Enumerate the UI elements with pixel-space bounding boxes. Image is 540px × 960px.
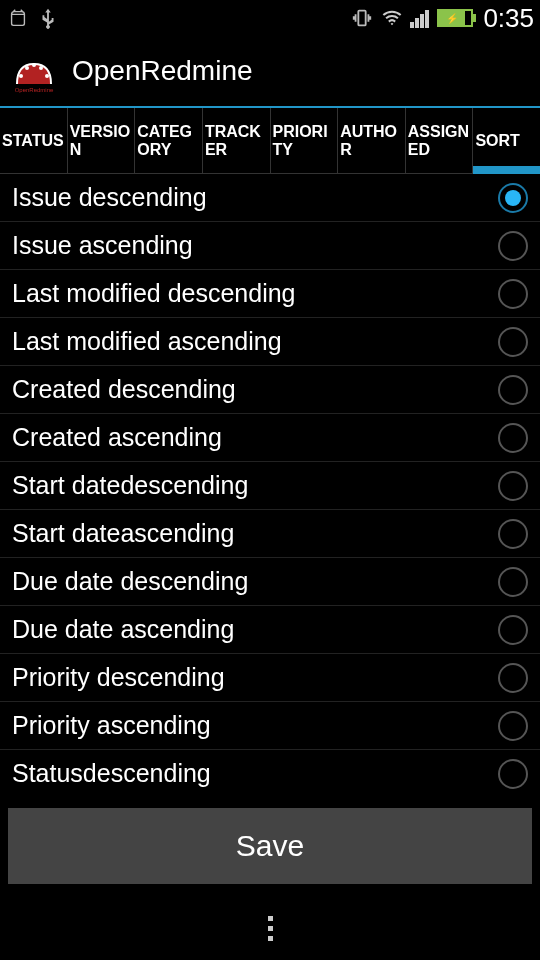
tab-category[interactable]: CATEGORY (135, 108, 203, 173)
android-debug-icon (6, 6, 30, 30)
tab-sort[interactable]: SORT (473, 108, 540, 173)
radio-button[interactable] (498, 663, 528, 693)
status-bar: ⚡ 0:35 (0, 0, 540, 36)
app-icon: OpenRedmine (8, 45, 60, 97)
battery-icon: ⚡ (437, 9, 473, 27)
sort-option-label: Priority ascending (12, 711, 211, 740)
sort-option[interactable]: Due date descending (0, 558, 540, 606)
radio-button[interactable] (498, 471, 528, 501)
sort-option-label: Due date descending (12, 567, 248, 596)
svg-point-1 (19, 74, 23, 78)
sort-option-label: Issue descending (12, 183, 207, 212)
sort-option-label: Created descending (12, 375, 236, 404)
svg-point-3 (32, 63, 36, 67)
tab-priority[interactable]: PRIORITY (271, 108, 339, 173)
status-left (6, 6, 60, 30)
sort-option[interactable]: Statusdescending (0, 750, 540, 797)
sort-option-label: Start dateascending (12, 519, 234, 548)
sort-option-label: Due date ascending (12, 615, 234, 644)
sort-option[interactable]: Due date ascending (0, 606, 540, 654)
sort-option[interactable]: Start datedescending (0, 462, 540, 510)
sort-option-label: Last modified ascending (12, 327, 282, 356)
sort-option[interactable]: Created ascending (0, 414, 540, 462)
sort-option-label: Statusdescending (12, 759, 211, 788)
sort-option-label: Last modified descending (12, 279, 296, 308)
sort-option[interactable]: Issue ascending (0, 222, 540, 270)
tab-assigned[interactable]: ASSIGNED (406, 108, 474, 173)
sort-option-label: Start datedescending (12, 471, 248, 500)
sort-option[interactable]: Last modified ascending (0, 318, 540, 366)
sort-option-label: Issue ascending (12, 231, 193, 260)
tab-status[interactable]: STATUS (0, 108, 68, 173)
cell-signal-icon (410, 8, 429, 28)
svg-rect-0 (359, 11, 366, 26)
tab-version[interactable]: VERSION (68, 108, 136, 173)
radio-button[interactable] (498, 615, 528, 645)
save-button[interactable]: Save (8, 808, 532, 884)
radio-button[interactable] (498, 375, 528, 405)
sort-option[interactable]: Priority descending (0, 654, 540, 702)
sort-option[interactable]: Last modified descending (0, 270, 540, 318)
radio-button[interactable] (498, 519, 528, 549)
wifi-icon (380, 6, 404, 30)
tab-author[interactable]: AUTHOR (338, 108, 406, 173)
tab-tracker[interactable]: TRACKER (203, 108, 271, 173)
sort-option[interactable]: Created descending (0, 366, 540, 414)
sort-option[interactable]: Issue descending (0, 174, 540, 222)
sort-option-label: Priority descending (12, 663, 225, 692)
radio-button[interactable] (498, 759, 528, 789)
radio-button[interactable] (498, 567, 528, 597)
svg-text:OpenRedmine: OpenRedmine (15, 87, 54, 93)
sort-option[interactable]: Priority ascending (0, 702, 540, 750)
sort-option-label: Created ascending (12, 423, 222, 452)
clock: 0:35 (483, 3, 534, 34)
radio-button[interactable] (498, 279, 528, 309)
svg-point-2 (25, 66, 29, 70)
sort-options-list: Issue descendingIssue ascendingLast modi… (0, 174, 540, 797)
menu-overflow-icon[interactable] (268, 916, 273, 941)
radio-button[interactable] (498, 423, 528, 453)
tab-bar: STATUSVERSIONCATEGORYTRACKERPRIORITYAUTH… (0, 106, 540, 174)
svg-point-5 (45, 74, 49, 78)
vibrate-icon (350, 6, 374, 30)
svg-point-4 (39, 66, 43, 70)
usb-icon (36, 6, 60, 30)
app-bar: OpenRedmine OpenRedmine (0, 36, 540, 106)
sort-option[interactable]: Start dateascending (0, 510, 540, 558)
radio-button[interactable] (498, 711, 528, 741)
radio-button[interactable] (498, 327, 528, 357)
radio-button[interactable] (498, 231, 528, 261)
app-title: OpenRedmine (72, 55, 253, 87)
status-right: ⚡ 0:35 (350, 3, 534, 34)
radio-button[interactable] (498, 183, 528, 213)
nav-bar (0, 896, 540, 960)
